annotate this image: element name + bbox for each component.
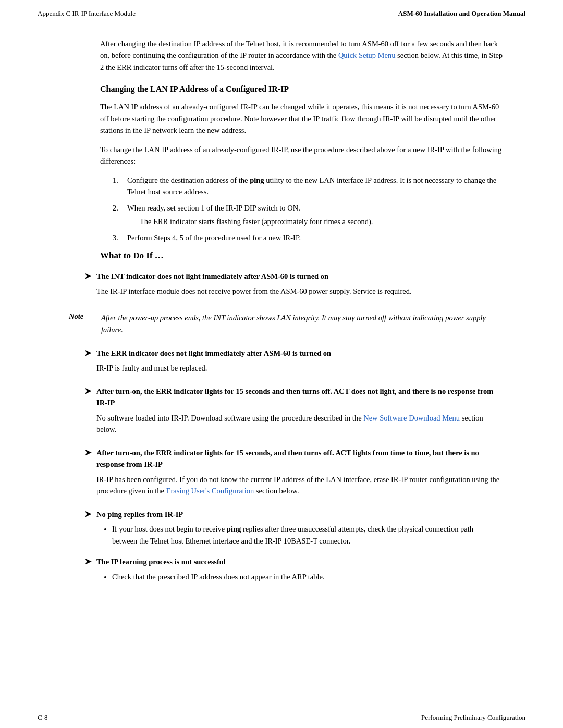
ping-bold-2: ping bbox=[227, 525, 241, 533]
step-2: When ready, set section 1 of the IR-IP D… bbox=[115, 202, 505, 228]
int-body: The IR-IP interface module does not rece… bbox=[96, 286, 505, 297]
page-footer: C-8 Performing Preliminary Configuration bbox=[0, 707, 563, 728]
ip-learning-bullet-1: Check that the prescribed IP address doe… bbox=[112, 571, 484, 583]
arrow-content-act-lights: After turn-on, the ERR indicator lights … bbox=[96, 447, 505, 502]
page-header: Appendix C IR-IP Interface Module ASM-60… bbox=[0, 0, 563, 23]
err-body: IR-IP is faulty and must be replaced. bbox=[96, 362, 505, 374]
ping-bold-1: ping bbox=[250, 176, 264, 184]
erasing-config-link[interactable]: Erasing User's Configuration bbox=[166, 487, 254, 495]
arrow-icon-no-ping: ➤ bbox=[84, 509, 91, 550]
arrow-icon-int: ➤ bbox=[84, 271, 91, 302]
note-label: Note bbox=[69, 312, 94, 336]
arrow-item-ip-learning: ➤ The IP learning process is not success… bbox=[84, 556, 505, 586]
page-content: After changing the destination IP addres… bbox=[0, 23, 563, 623]
no-ping-bullets: If your host does not begin to receive p… bbox=[112, 523, 484, 547]
step-3: Perform Steps 4, 5 of the procedure used… bbox=[115, 232, 505, 243]
arrow-icon-err: ➤ bbox=[84, 348, 91, 379]
arrow-item-err: ➤ The ERR indicator does not light immed… bbox=[84, 348, 505, 379]
step-1: Configure the destination address of the… bbox=[115, 175, 505, 198]
arrow-content-int: The INT indicator does not light immedia… bbox=[96, 270, 505, 302]
arrow-content-err: The ERR indicator does not light immedia… bbox=[96, 348, 505, 379]
no-ping-title: No ping replies from IR-IP bbox=[96, 509, 505, 520]
arrow-icon-ip-learning: ➤ bbox=[84, 557, 91, 586]
arrow-item-act-no-light: ➤ After turn-on, the ERR indicator light… bbox=[84, 386, 505, 441]
changing-para1: The LAN IP address of an already-configu… bbox=[100, 101, 505, 136]
act-no-light-title: After turn-on, the ERR indicator lights … bbox=[96, 386, 505, 409]
arrow-content-ip-learning: The IP learning process is not successfu… bbox=[96, 556, 505, 586]
act-no-light-body: No software loaded into IR-IP. Download … bbox=[96, 412, 505, 436]
act-lights-title: After turn-on, the ERR indicator lights … bbox=[96, 447, 505, 471]
header-left: Appendix C IR-IP Interface Module bbox=[38, 9, 136, 18]
footer-section-name: Performing Preliminary Configuration bbox=[421, 713, 525, 722]
arrow-content-no-ping: No ping replies from IR-IP If your host … bbox=[96, 509, 505, 550]
what-to-do-heading: What to Do If … bbox=[100, 251, 525, 261]
header-right: ASM-60 Installation and Operation Manual bbox=[398, 9, 525, 18]
arrow-item-no-ping: ➤ No ping replies from IR-IP If your hos… bbox=[84, 509, 505, 550]
changing-para2: To change the LAN IP address of an alrea… bbox=[100, 144, 505, 167]
arrow-item-int: ➤ The INT indicator does not light immed… bbox=[84, 270, 505, 302]
act-lights-body: IR-IP has been configured. If you do not… bbox=[96, 474, 505, 497]
ip-learning-title: The IP learning process is not successfu… bbox=[96, 556, 505, 567]
intro-paragraph: After changing the destination IP addres… bbox=[100, 38, 505, 73]
steps-list: Configure the destination address of the… bbox=[115, 175, 505, 243]
note-text: After the power-up process ends, the INT… bbox=[101, 312, 505, 336]
ip-learning-bullets: Check that the prescribed IP address doe… bbox=[112, 571, 484, 583]
arrow-item-act-lights: ➤ After turn-on, the ERR indicator light… bbox=[84, 447, 505, 502]
int-title: The INT indicator does not light immedia… bbox=[96, 270, 505, 282]
new-software-link[interactable]: New Software Download Menu bbox=[363, 414, 460, 422]
note-row: Note After the power-up process ends, th… bbox=[69, 309, 505, 339]
no-ping-bullet-1: If your host does not begin to receive p… bbox=[112, 523, 484, 547]
err-title: The ERR indicator does not light immedia… bbox=[96, 348, 505, 359]
arrow-icon-act-lights: ➤ bbox=[84, 448, 91, 502]
footer-page-number: C-8 bbox=[38, 713, 48, 722]
arrow-content-act-no-light: After turn-on, the ERR indicator lights … bbox=[96, 386, 505, 441]
arrow-icon-act-no-light: ➤ bbox=[84, 386, 91, 441]
quick-setup-link[interactable]: Quick Setup Menu bbox=[338, 51, 396, 59]
step-2-sub: The ERR indicator starts flashing faster… bbox=[140, 216, 505, 227]
changing-section-heading: Changing the LAN IP Address of a Configu… bbox=[100, 84, 525, 94]
